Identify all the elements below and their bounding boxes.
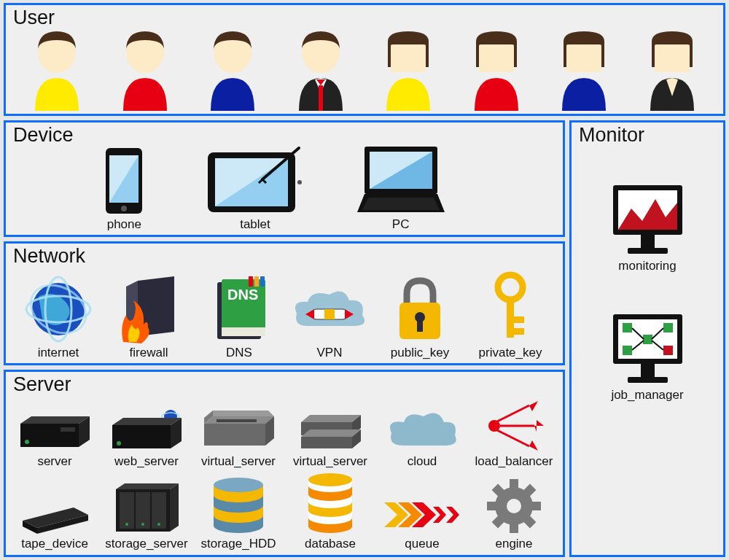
network-private-key: private_key: [470, 271, 550, 360]
user-panel: User: [4, 3, 725, 116]
svg-marker-116: [446, 507, 459, 523]
svg-rect-138: [643, 335, 652, 344]
user-avatar: [196, 27, 269, 111]
server-label: load_balancer: [475, 454, 553, 469]
server-label: server: [37, 454, 71, 469]
user-avatar: [109, 27, 182, 111]
svg-marker-73: [529, 401, 538, 411]
dns-book-icon: DNS: [208, 275, 270, 344]
person-icon: [20, 27, 93, 111]
network-label: public_key: [391, 346, 449, 360]
svg-rect-135: [663, 323, 673, 332]
gear-icon: [485, 477, 543, 535]
svg-rect-59: [204, 424, 265, 446]
svg-marker-68: [301, 429, 361, 437]
person-icon: [196, 27, 269, 111]
person-icon: [636, 27, 709, 111]
svg-rect-42: [417, 319, 423, 332]
network-label: DNS: [226, 346, 252, 360]
svg-line-76: [497, 430, 529, 446]
svg-point-88: [141, 523, 144, 526]
monitor-col: monitoring: [572, 122, 723, 555]
server-engine: engine: [469, 477, 560, 551]
device-tablet: tablet: [204, 147, 306, 232]
network-label: firewall: [130, 346, 168, 360]
svg-marker-75: [534, 420, 544, 432]
network-row: internet firewall: [6, 244, 563, 363]
network-label: VPN: [317, 346, 343, 360]
device-title: Device: [13, 124, 74, 147]
server-panel: Server server: [4, 370, 565, 557]
svg-point-12: [121, 206, 127, 211]
load-balancer-icon: [480, 398, 549, 453]
device-label: tablet: [240, 217, 270, 232]
svg-rect-4: [319, 85, 323, 111]
cloud-icon: [386, 409, 459, 453]
device-row: phone tablet: [6, 122, 563, 235]
monitor-label: monitoring: [618, 259, 676, 273]
server-server: server: [9, 413, 101, 469]
svg-rect-44: [507, 298, 514, 338]
svg-rect-5: [391, 44, 426, 72]
svg-rect-37: [324, 309, 335, 319]
key-icon: [481, 271, 539, 344]
svg-rect-35: [222, 327, 265, 336]
server-queue: queue: [377, 495, 468, 551]
network-vpn: VPN: [289, 286, 370, 360]
svg-point-111: [308, 473, 352, 486]
device-label: phone: [107, 217, 141, 232]
server-grid: server web_server: [6, 372, 563, 555]
network-firewall: firewall: [109, 275, 189, 360]
person-icon: [109, 27, 182, 111]
svg-rect-32: [249, 276, 253, 287]
user-avatar: [20, 27, 93, 111]
tablet-icon: [204, 147, 306, 216]
user-row: [6, 5, 723, 114]
server-cloud: cloud: [377, 409, 468, 469]
network-title: Network: [13, 245, 85, 268]
monitor-title: Monitor: [579, 124, 644, 147]
server-label: virtual_server: [293, 454, 367, 469]
device-panel: Device phone: [4, 120, 565, 237]
person-icon: [460, 27, 533, 111]
svg-point-87: [125, 523, 128, 526]
svg-point-16: [297, 180, 302, 184]
svg-rect-48: [20, 424, 79, 447]
server-label: web_server: [114, 454, 179, 469]
person-icon: [284, 27, 357, 111]
device-phone: phone: [84, 147, 164, 232]
svg-rect-131: [628, 248, 668, 254]
network-panel: Network internet: [4, 241, 565, 365]
firewall-icon: [116, 275, 182, 344]
svg-rect-51: [61, 427, 75, 432]
user-title: User: [13, 7, 55, 29]
svg-rect-134: [623, 323, 632, 332]
device-label: PC: [392, 217, 410, 232]
svg-marker-81: [116, 483, 179, 489]
svg-line-72: [497, 405, 529, 421]
svg-rect-136: [623, 346, 632, 355]
svg-rect-144: [628, 377, 668, 383]
server-label: engine: [495, 537, 532, 551]
network-internet: internet: [18, 275, 98, 360]
user-avatar: [547, 27, 620, 111]
svg-rect-143: [641, 364, 655, 377]
server-label: storage_HDD: [201, 537, 276, 551]
server-label: queue: [405, 537, 439, 551]
svg-point-50: [25, 440, 29, 444]
svg-point-126: [507, 499, 521, 513]
svg-rect-33: [254, 276, 259, 287]
server-database: database: [285, 471, 376, 551]
svg-rect-130: [641, 235, 655, 248]
user-avatar: [460, 27, 533, 111]
network-label: internet: [38, 346, 79, 360]
user-avatar: [636, 27, 709, 111]
svg-marker-47: [20, 416, 90, 424]
virtual-server-icon: [198, 409, 278, 453]
job-manager-icon: [606, 310, 690, 386]
svg-rect-137: [663, 346, 673, 355]
server-title: Server: [13, 373, 71, 396]
server-label: virtual_server: [201, 454, 276, 469]
network-public-key: public_key: [380, 275, 460, 360]
server-load-balancer: load_balancer: [469, 398, 560, 469]
